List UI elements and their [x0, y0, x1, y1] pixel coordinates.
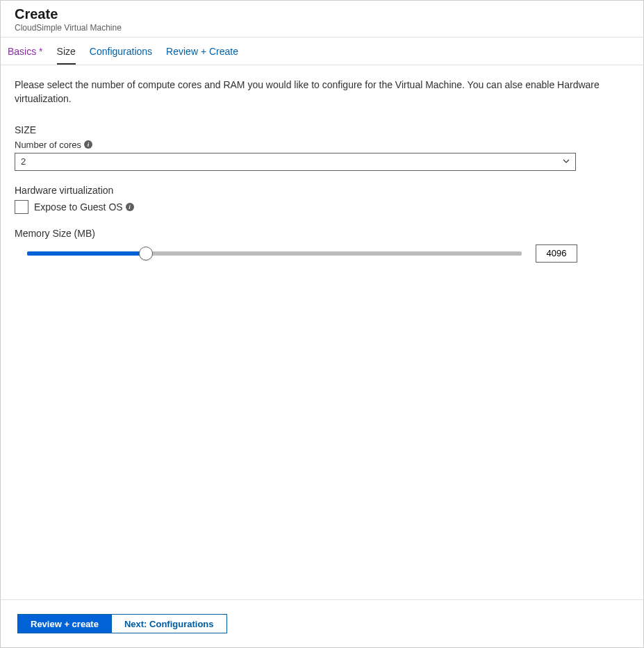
page-title: Create: [15, 6, 629, 22]
memory-slider[interactable]: [27, 247, 522, 260]
tab-configurations[interactable]: Configurations: [90, 39, 152, 64]
cores-select[interactable]: 2: [15, 153, 576, 171]
hardware-label: Hardware virtualization: [15, 185, 629, 196]
cores-field: Number of cores i 2: [15, 140, 629, 171]
memory-label: Memory Size (MB): [15, 228, 629, 239]
cores-label: Number of cores: [15, 140, 81, 150]
slider-thumb[interactable]: [139, 247, 153, 260]
expose-guest-os-label: Expose to Guest OS: [34, 201, 123, 213]
cores-label-row: Number of cores i: [15, 140, 629, 150]
memory-slider-row: [15, 244, 577, 263]
content-area: Please select the number of compute core…: [1, 65, 643, 599]
description-text: Please select the number of compute core…: [15, 78, 612, 106]
cores-select-wrap: 2: [15, 153, 576, 171]
tab-size[interactable]: Size: [57, 39, 76, 64]
expose-guest-os-label-row: Expose to Guest OS i: [34, 201, 134, 213]
hardware-field: Hardware virtualization Expose to Guest …: [15, 185, 629, 214]
page-subtitle: CloudSimple Virtual Machine: [15, 23, 629, 33]
memory-field: Memory Size (MB): [15, 228, 629, 263]
info-icon[interactable]: i: [84, 140, 92, 149]
info-icon[interactable]: i: [126, 203, 134, 211]
slider-fill: [27, 251, 146, 256]
size-section-heading: SIZE: [15, 124, 629, 135]
next-configurations-button[interactable]: Next: Configurations: [111, 614, 227, 633]
hardware-checkbox-row: Expose to Guest OS i: [15, 200, 629, 214]
tab-review-create[interactable]: Review + Create: [166, 39, 238, 64]
review-create-button[interactable]: Review + create: [17, 614, 111, 633]
page-header: Create CloudSimple Virtual Machine: [1, 1, 643, 38]
tab-bar: Basics * Size Configurations Review + Cr…: [1, 38, 643, 65]
tab-basics[interactable]: Basics *: [8, 39, 43, 64]
footer-bar: Review + create Next: Configurations: [1, 599, 643, 647]
cores-value: 2: [21, 156, 26, 167]
expose-guest-os-checkbox[interactable]: [15, 200, 28, 214]
create-vm-page: Create CloudSimple Virtual Machine Basic…: [0, 0, 644, 648]
memory-input[interactable]: [536, 244, 577, 263]
